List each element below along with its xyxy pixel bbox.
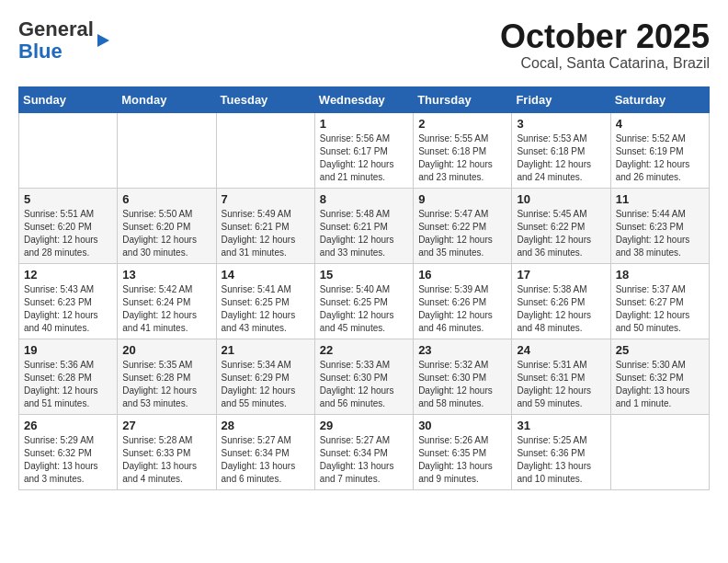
day-info: Sunrise: 5:38 AM Sunset: 6:26 PM Dayligh… (517, 283, 605, 335)
day-number: 23 (418, 343, 506, 357)
day-number: 6 (122, 192, 210, 206)
calendar-cell: 12Sunrise: 5:43 AM Sunset: 6:23 PM Dayli… (19, 263, 118, 339)
day-number: 20 (122, 343, 210, 357)
day-number: 19 (24, 343, 112, 357)
calendar-cell: 16Sunrise: 5:39 AM Sunset: 6:26 PM Dayli… (414, 263, 512, 339)
day-number: 18 (616, 268, 704, 282)
calendar-cell: 14Sunrise: 5:41 AM Sunset: 6:25 PM Dayli… (216, 263, 314, 339)
day-info: Sunrise: 5:37 AM Sunset: 6:27 PM Dayligh… (616, 283, 704, 335)
day-info: Sunrise: 5:44 AM Sunset: 6:23 PM Dayligh… (616, 208, 704, 259)
week-row-5: 26Sunrise: 5:29 AM Sunset: 6:32 PM Dayli… (19, 414, 710, 489)
weekday-header-sunday: Sunday (19, 86, 118, 112)
day-info: Sunrise: 5:51 AM Sunset: 6:20 PM Dayligh… (24, 208, 112, 259)
week-row-4: 19Sunrise: 5:36 AM Sunset: 6:28 PM Dayli… (19, 339, 710, 414)
weekday-header-monday: Monday (118, 86, 216, 112)
day-number: 14 (222, 268, 310, 282)
calendar-cell: 1Sunrise: 5:56 AM Sunset: 6:17 PM Daylig… (314, 112, 413, 188)
day-info: Sunrise: 5:32 AM Sunset: 6:30 PM Dayligh… (418, 359, 506, 410)
calendar-cell: 8Sunrise: 5:48 AM Sunset: 6:21 PM Daylig… (314, 188, 413, 263)
day-number: 29 (320, 419, 408, 432)
day-number: 10 (517, 192, 605, 206)
calendar-cell: 19Sunrise: 5:36 AM Sunset: 6:28 PM Dayli… (19, 339, 118, 414)
weekday-header-row: SundayMondayTuesdayWednesdayThursdayFrid… (19, 86, 710, 112)
calendar-cell: 4Sunrise: 5:52 AM Sunset: 6:19 PM Daylig… (610, 112, 709, 188)
day-number: 15 (320, 268, 408, 282)
day-number: 7 (222, 192, 310, 206)
weekday-header-friday: Friday (512, 86, 610, 112)
calendar-cell: 27Sunrise: 5:28 AM Sunset: 6:33 PM Dayli… (118, 414, 216, 489)
calendar-cell: 9Sunrise: 5:47 AM Sunset: 6:22 PM Daylig… (414, 188, 512, 263)
day-number: 2 (418, 117, 506, 131)
day-number: 4 (616, 117, 704, 131)
day-number: 17 (517, 268, 605, 282)
weekday-header-wednesday: Wednesday (314, 86, 413, 112)
calendar-cell: 2Sunrise: 5:55 AM Sunset: 6:18 PM Daylig… (414, 112, 512, 188)
weekday-header-saturday: Saturday (610, 86, 709, 112)
day-info: Sunrise: 5:53 AM Sunset: 6:18 PM Dayligh… (517, 132, 605, 184)
day-info: Sunrise: 5:43 AM Sunset: 6:23 PM Dayligh… (24, 283, 112, 335)
calendar-cell: 11Sunrise: 5:44 AM Sunset: 6:23 PM Dayli… (610, 188, 709, 263)
day-number: 22 (320, 343, 408, 357)
calendar-cell: 18Sunrise: 5:37 AM Sunset: 6:27 PM Dayli… (610, 263, 709, 339)
week-row-3: 12Sunrise: 5:43 AM Sunset: 6:23 PM Dayli… (19, 263, 710, 339)
month-title: October 2025 (500, 18, 710, 55)
day-number: 9 (418, 192, 506, 206)
calendar-cell: 6Sunrise: 5:50 AM Sunset: 6:20 PM Daylig… (118, 188, 216, 263)
day-info: Sunrise: 5:42 AM Sunset: 6:24 PM Dayligh… (122, 283, 210, 335)
day-info: Sunrise: 5:55 AM Sunset: 6:18 PM Dayligh… (418, 132, 506, 184)
weekday-header-tuesday: Tuesday (216, 86, 314, 112)
calendar-cell: 24Sunrise: 5:31 AM Sunset: 6:31 PM Dayli… (512, 339, 610, 414)
logo-general: General (18, 17, 94, 40)
day-number: 11 (616, 192, 704, 206)
day-number: 21 (222, 343, 310, 357)
day-info: Sunrise: 5:52 AM Sunset: 6:19 PM Dayligh… (616, 132, 704, 184)
day-info: Sunrise: 5:41 AM Sunset: 6:25 PM Dayligh… (222, 283, 310, 335)
calendar-cell: 17Sunrise: 5:38 AM Sunset: 6:26 PM Dayli… (512, 263, 610, 339)
weekday-header-thursday: Thursday (414, 86, 512, 112)
day-number: 26 (24, 419, 112, 432)
calendar-cell: 5Sunrise: 5:51 AM Sunset: 6:20 PM Daylig… (19, 188, 118, 263)
day-info: Sunrise: 5:47 AM Sunset: 6:22 PM Dayligh… (418, 208, 506, 259)
calendar-cell (216, 112, 314, 188)
logo: General Blue (18, 18, 109, 63)
day-info: Sunrise: 5:29 AM Sunset: 6:32 PM Dayligh… (24, 434, 112, 486)
day-info: Sunrise: 5:31 AM Sunset: 6:31 PM Dayligh… (517, 359, 605, 410)
calendar-cell: 22Sunrise: 5:33 AM Sunset: 6:30 PM Dayli… (314, 339, 413, 414)
day-info: Sunrise: 5:48 AM Sunset: 6:21 PM Dayligh… (320, 208, 408, 259)
calendar-cell: 23Sunrise: 5:32 AM Sunset: 6:30 PM Dayli… (414, 339, 512, 414)
day-number: 31 (517, 419, 605, 432)
calendar: SundayMondayTuesdayWednesdayThursdayFrid… (18, 86, 710, 490)
calendar-cell: 3Sunrise: 5:53 AM Sunset: 6:18 PM Daylig… (512, 112, 610, 188)
day-number: 1 (320, 117, 408, 131)
location-title: Cocal, Santa Catarina, Brazil (500, 55, 710, 72)
calendar-cell: 31Sunrise: 5:25 AM Sunset: 6:36 PM Dayli… (512, 414, 610, 489)
day-info: Sunrise: 5:50 AM Sunset: 6:20 PM Dayligh… (122, 208, 210, 259)
day-info: Sunrise: 5:56 AM Sunset: 6:17 PM Dayligh… (320, 132, 408, 184)
day-info: Sunrise: 5:33 AM Sunset: 6:30 PM Dayligh… (320, 359, 408, 410)
calendar-cell (118, 112, 216, 188)
day-info: Sunrise: 5:39 AM Sunset: 6:26 PM Dayligh… (418, 283, 506, 335)
day-info: Sunrise: 5:27 AM Sunset: 6:34 PM Dayligh… (320, 434, 408, 486)
calendar-cell: 28Sunrise: 5:27 AM Sunset: 6:34 PM Dayli… (216, 414, 314, 489)
calendar-cell: 26Sunrise: 5:29 AM Sunset: 6:32 PM Dayli… (19, 414, 118, 489)
day-number: 24 (517, 343, 605, 357)
calendar-cell: 7Sunrise: 5:49 AM Sunset: 6:21 PM Daylig… (216, 188, 314, 263)
day-info: Sunrise: 5:35 AM Sunset: 6:28 PM Dayligh… (122, 359, 210, 410)
day-info: Sunrise: 5:36 AM Sunset: 6:28 PM Dayligh… (24, 359, 112, 410)
title-area: October 2025 Cocal, Santa Catarina, Braz… (500, 18, 710, 72)
day-info: Sunrise: 5:26 AM Sunset: 6:35 PM Dayligh… (418, 434, 506, 486)
day-number: 8 (320, 192, 408, 206)
day-info: Sunrise: 5:34 AM Sunset: 6:29 PM Dayligh… (222, 359, 310, 410)
calendar-cell: 20Sunrise: 5:35 AM Sunset: 6:28 PM Dayli… (118, 339, 216, 414)
day-number: 16 (418, 268, 506, 282)
day-number: 27 (122, 419, 210, 432)
day-info: Sunrise: 5:27 AM Sunset: 6:34 PM Dayligh… (222, 434, 310, 486)
logo-blue: Blue (18, 40, 63, 63)
week-row-1: 1Sunrise: 5:56 AM Sunset: 6:17 PM Daylig… (19, 112, 710, 188)
day-number: 12 (24, 268, 112, 282)
week-row-2: 5Sunrise: 5:51 AM Sunset: 6:20 PM Daylig… (19, 188, 710, 263)
day-number: 5 (24, 192, 112, 206)
calendar-cell: 30Sunrise: 5:26 AM Sunset: 6:35 PM Dayli… (414, 414, 512, 489)
calendar-cell (610, 414, 709, 489)
calendar-cell: 21Sunrise: 5:34 AM Sunset: 6:29 PM Dayli… (216, 339, 314, 414)
